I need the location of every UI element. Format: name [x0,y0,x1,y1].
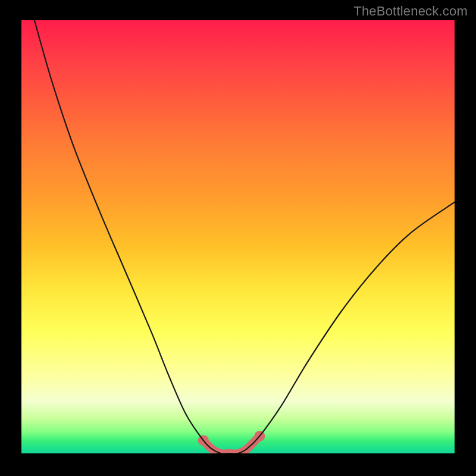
curve-main [35,20,455,453]
chart-frame: TheBottleneck.com [0,0,476,476]
curve-svg [21,20,455,453]
plot-area [21,20,455,453]
watermark-text: TheBottleneck.com [353,4,468,19]
